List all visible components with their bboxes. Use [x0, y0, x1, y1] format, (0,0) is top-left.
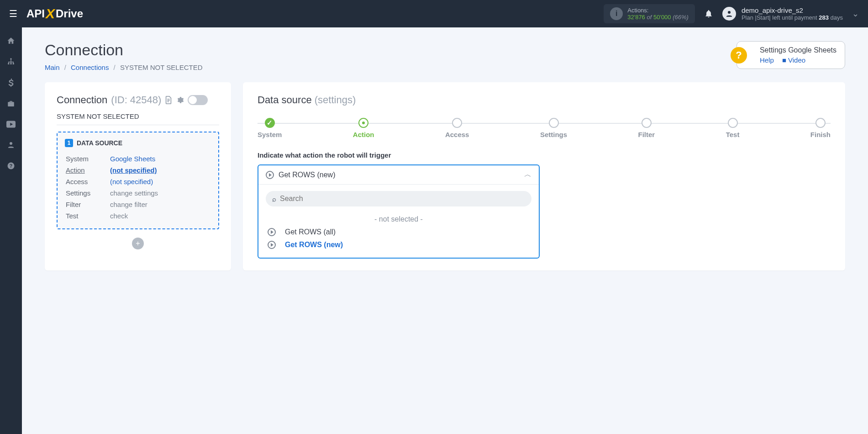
search-icon: ⌕	[272, 195, 276, 203]
sidebar: ?	[0, 27, 22, 434]
help-icon[interactable]: ?	[7, 162, 15, 170]
settings-card: Data source (settings) ✓System Action Ac…	[243, 82, 845, 270]
user-name: demo_apix-drive_s2	[742, 6, 843, 14]
svg-rect-1	[11, 58, 12, 60]
option-not-selected[interactable]: - not selected -	[266, 213, 531, 226]
question-icon: ?	[731, 47, 747, 64]
help-link[interactable]: Help	[760, 56, 774, 64]
svg-point-0	[728, 11, 731, 14]
action-dropdown: Get ROWS (new) ︿ ⌕ - not selected - Get …	[258, 164, 540, 259]
user-plan: Plan |Start| left until payment 283 days	[742, 14, 843, 21]
breadcrumb-current: SYSTEM NOT SELECTED	[120, 64, 203, 71]
settings-value: change settings	[110, 188, 210, 198]
row-label-test: Test	[66, 211, 109, 221]
connection-id: (ID: 42548)	[111, 94, 161, 106]
data-source-panel: 1 DATA SOURCE SystemGoogle Sheets Action…	[57, 132, 219, 229]
step-settings[interactable]: Settings	[540, 118, 567, 138]
svg-rect-4	[13, 63, 14, 64]
actions-usage[interactable]: i Actions: 32'876 of 50'000 (66%)	[604, 4, 695, 23]
step-finish[interactable]: Finish	[810, 118, 831, 138]
step-filter[interactable]: Filter	[638, 118, 655, 138]
actions-used: 32'876	[627, 14, 645, 21]
youtube-icon[interactable]	[6, 121, 16, 128]
briefcase-icon[interactable]	[7, 100, 15, 108]
search-box[interactable]: ⌕	[266, 191, 531, 206]
bell-icon[interactable]	[704, 9, 713, 18]
home-icon[interactable]	[7, 37, 15, 45]
help-panel: ? Settings Google Sheets Help ■Video	[736, 41, 845, 69]
option-get-rows-new[interactable]: Get ROWS (new)	[266, 238, 531, 251]
step-access[interactable]: Access	[445, 118, 469, 138]
page-title: Connection	[45, 41, 203, 59]
enable-toggle[interactable]	[188, 95, 208, 105]
row-label-action: Action	[66, 165, 109, 175]
video-icon: ■	[782, 56, 786, 64]
add-button[interactable]: +	[132, 238, 144, 249]
data-source-title: DATA SOURCE	[77, 139, 122, 147]
dropdown-selected: Get ROWS (new)	[279, 171, 335, 179]
breadcrumb: Main / Connections / SYSTEM NOT SELECTED	[45, 64, 203, 71]
dropdown-head[interactable]: Get ROWS (new) ︿	[258, 165, 539, 185]
video-link[interactable]: Video	[788, 56, 805, 64]
step-test[interactable]: Test	[726, 118, 740, 138]
svg-point-6	[10, 142, 12, 145]
row-label-settings: Settings	[66, 188, 109, 198]
info-icon: i	[610, 7, 623, 20]
svg-rect-2	[8, 63, 9, 64]
logo[interactable]: APIXDrive	[26, 6, 83, 21]
row-label-filter: Filter	[66, 199, 109, 210]
svg-text:?: ?	[10, 163, 12, 169]
step-badge: 1	[65, 139, 73, 147]
avatar-icon	[722, 7, 736, 21]
play-icon	[266, 171, 274, 179]
row-label-access: Access	[66, 176, 109, 187]
connection-subhead: SYSTEM NOT SELECTED	[57, 112, 219, 125]
user-menu[interactable]: demo_apix-drive_s2 Plan |Start| left unt…	[722, 6, 843, 21]
play-icon	[268, 241, 276, 249]
help-title: Settings Google Sheets	[760, 46, 836, 54]
prompt-label: Indicate what action the robot will trig…	[258, 151, 831, 159]
breadcrumb-connections[interactable]: Connections	[71, 64, 109, 71]
ds-title: Data source	[258, 94, 315, 106]
gear-icon[interactable]	[176, 96, 184, 104]
chevron-down-icon[interactable]: ⌄	[852, 9, 859, 19]
svg-rect-3	[11, 63, 12, 64]
action-value[interactable]: (not specified)	[110, 166, 157, 174]
breadcrumb-main[interactable]: Main	[45, 64, 60, 71]
connections-icon[interactable]	[7, 58, 15, 66]
search-input[interactable]	[280, 195, 525, 203]
document-icon[interactable]	[165, 96, 172, 104]
ds-subtitle: (settings)	[315, 94, 356, 106]
actions-label: Actions:	[627, 7, 689, 14]
row-label-system: System	[66, 153, 109, 164]
access-value[interactable]: (not specified)	[110, 178, 153, 185]
step-action[interactable]: Action	[353, 118, 374, 138]
system-value[interactable]: Google Sheets	[110, 155, 155, 163]
test-value: check	[110, 211, 210, 221]
menu-toggle[interactable]: ☰	[9, 8, 17, 19]
connection-card: Connection (ID: 42548) SYSTEM NOT SELECT…	[45, 82, 231, 270]
step-system[interactable]: ✓System	[258, 118, 282, 138]
billing-icon[interactable]	[8, 79, 14, 87]
chevron-up-icon: ︿	[524, 170, 531, 180]
stepper: ✓System Action Access Settings Filter Te…	[258, 118, 831, 138]
connection-label: Connection	[57, 94, 107, 106]
profile-icon[interactable]	[7, 141, 15, 149]
option-get-rows-all[interactable]: Get ROWS (all)	[266, 226, 531, 238]
filter-value: change filter	[110, 199, 210, 210]
play-icon	[268, 228, 276, 236]
